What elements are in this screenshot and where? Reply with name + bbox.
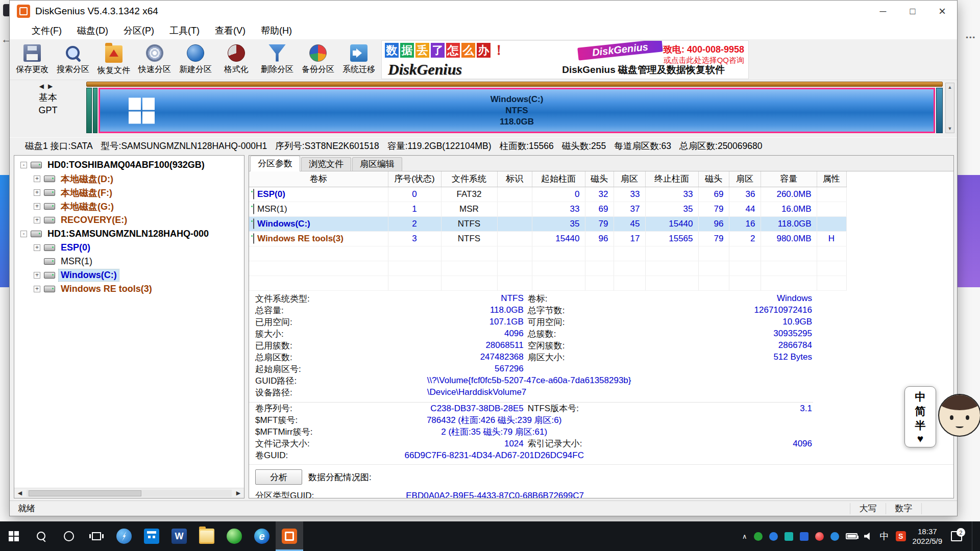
- menu-item[interactable]: 工具(T): [162, 24, 207, 37]
- menu-item[interactable]: 查看(V): [207, 24, 253, 37]
- system-migration-button[interactable]: 系统迁移: [338, 40, 379, 79]
- search-partition-button[interactable]: 搜索分区: [53, 40, 93, 79]
- sogou-input-icon[interactable]: S: [896, 531, 906, 541]
- tray-volume-icon[interactable]: [864, 532, 873, 540]
- pinned-app-browser[interactable]: [220, 521, 248, 551]
- pinned-app-diskgenius[interactable]: [276, 521, 303, 551]
- diskmap-scroll-right-icon[interactable]: ▶: [48, 83, 57, 90]
- menu-item[interactable]: 磁盘(D): [69, 24, 116, 37]
- tab-browse-files[interactable]: 浏览文件: [301, 157, 351, 171]
- tray-battery-icon[interactable]: [846, 533, 857, 539]
- notification-button[interactable]: 2: [951, 531, 962, 541]
- format-button[interactable]: 格式化: [216, 40, 257, 79]
- diskmap-scrollbar[interactable]: ▲ ▼: [945, 83, 954, 133]
- table-row[interactable]: Windows(C:)2NTFS357945154409616118.0GB: [249, 216, 846, 231]
- start-button[interactable]: [0, 521, 28, 551]
- menu-item[interactable]: 帮助(H): [253, 24, 300, 37]
- partition-block-windows[interactable]: Windows(C:) NTFS 118.0GB: [99, 88, 935, 133]
- column-header[interactable]: 序号(状态): [388, 171, 441, 187]
- save-changes-button[interactable]: 保存更改: [12, 40, 53, 79]
- column-header[interactable]: 起始柱面: [532, 171, 585, 187]
- partition-block-esp[interactable]: [86, 88, 92, 133]
- cartoon-face-sticker[interactable]: [938, 394, 980, 437]
- expander-icon[interactable]: +: [34, 217, 40, 223]
- table-row[interactable]: Windows RE tools(3)3NTFS1544096171556579…: [249, 231, 846, 246]
- tab-sector-edit[interactable]: 扇区编辑: [352, 157, 402, 171]
- tree-scrollbar-track[interactable]: [27, 490, 232, 497]
- pinned-app-edge[interactable]: e: [248, 521, 276, 551]
- column-header[interactable]: 磁头: [585, 171, 614, 187]
- minimize-button[interactable]: ─: [868, 1, 898, 22]
- expander-icon[interactable]: +: [34, 244, 40, 251]
- tray-icon-teal[interactable]: [785, 532, 793, 541]
- expander-icon[interactable]: -: [20, 231, 27, 237]
- pinned-app-store[interactable]: [138, 521, 165, 551]
- tray-icon-blue[interactable]: [769, 532, 778, 541]
- recover-files-button[interactable]: 恢复文件: [93, 40, 134, 79]
- menu-item[interactable]: 文件(F): [24, 24, 69, 37]
- expander-icon[interactable]: +: [34, 203, 40, 210]
- cortana-button[interactable]: [55, 521, 83, 551]
- tray-icon-green[interactable]: [754, 532, 763, 541]
- tree-item[interactable]: +本地磁盘(F:): [15, 186, 244, 199]
- tree-item[interactable]: +本地磁盘(D:): [15, 172, 244, 186]
- new-partition-button[interactable]: 新建分区: [175, 40, 216, 79]
- scroll-right-icon[interactable]: ▶: [233, 490, 244, 496]
- tree-scrollbar[interactable]: ◀ ▶: [14, 488, 244, 498]
- scroll-up-icon[interactable]: ▲: [948, 85, 952, 90]
- tree-item[interactable]: +本地磁盘(G:): [15, 199, 244, 213]
- search-button[interactable]: [28, 521, 55, 551]
- expander-icon[interactable]: +: [34, 286, 40, 292]
- tree-item[interactable]: +Windows RE tools(3): [15, 282, 244, 296]
- column-header[interactable]: 容量: [761, 171, 817, 187]
- tray-expand-icon[interactable]: ∧: [742, 533, 747, 540]
- tree-item[interactable]: +RECOVERY(E:): [15, 213, 244, 227]
- hd0-disk-strip[interactable]: [86, 82, 943, 87]
- ad-banner[interactable]: 数据丢了怎么办！ DiskGenius DiskGenius 致电: 400-0…: [381, 40, 749, 79]
- column-header[interactable]: 扇区: [729, 171, 761, 187]
- scroll-down-icon[interactable]: ▼: [948, 126, 952, 131]
- partition-block-re-tools[interactable]: [936, 88, 943, 133]
- scroll-left-icon[interactable]: ◀: [14, 490, 26, 496]
- tree-item[interactable]: +Windows(C:): [15, 268, 244, 282]
- diskmap-scroll-left-icon[interactable]: ◀: [39, 83, 48, 90]
- column-header[interactable]: 扇区: [614, 171, 645, 187]
- pinned-app-word[interactable]: W: [165, 521, 193, 551]
- table-row[interactable]: MSR(1)1MSR33693735794416.0MB: [249, 202, 846, 216]
- pinned-app-thunder[interactable]: [110, 521, 138, 551]
- tree-item[interactable]: -HD0:TOSHIBAMQ04ABF100(932GB): [15, 158, 244, 172]
- expander-icon[interactable]: -: [20, 162, 27, 168]
- delete-partition-button[interactable]: 删除分区: [257, 40, 298, 79]
- tab-partition-params[interactable]: 分区参数: [250, 156, 300, 171]
- show-desktop-button[interactable]: [972, 521, 975, 551]
- column-header[interactable]: 磁头: [698, 171, 729, 187]
- tray-icon-red[interactable]: [815, 532, 824, 541]
- column-header[interactable]: 文件系统: [441, 171, 497, 187]
- analyze-button[interactable]: 分析: [255, 469, 302, 485]
- tree-item[interactable]: -HD1:SAMSUNGMZNLN128HAHQ-000: [15, 227, 244, 241]
- backup-partition-button[interactable]: 备份分区: [298, 40, 338, 79]
- column-header[interactable]: 卷标: [249, 171, 388, 187]
- browser-menu-icon[interactable]: •••: [966, 34, 976, 41]
- column-header[interactable]: 属性: [817, 171, 846, 187]
- tree-item[interactable]: MSR(1): [15, 255, 244, 268]
- ime-indicator[interactable]: 中: [880, 530, 889, 542]
- tree-item[interactable]: +ESP(0): [15, 241, 244, 255]
- quick-partition-button[interactable]: 快速分区: [134, 40, 175, 79]
- column-header[interactable]: 标识: [497, 171, 532, 187]
- expander-icon[interactable]: +: [34, 272, 40, 279]
- maximize-button[interactable]: □: [898, 1, 927, 22]
- tray-icon-qq[interactable]: [800, 532, 808, 541]
- task-view-button[interactable]: [83, 521, 110, 551]
- ime-status-panel[interactable]: 中简半♥: [904, 386, 936, 447]
- expander-icon[interactable]: +: [34, 176, 40, 182]
- table-row[interactable]: ESP(0)0FAT3203233336936260.0MB: [249, 187, 846, 202]
- tree-scrollbar-thumb[interactable]: [29, 490, 141, 496]
- column-header[interactable]: 终止柱面: [645, 171, 698, 187]
- tray-icon-snow[interactable]: [830, 532, 839, 541]
- pinned-app-explorer[interactable]: [193, 521, 220, 551]
- menu-item[interactable]: 分区(P): [116, 24, 162, 37]
- partition-block-msr[interactable]: [93, 88, 97, 133]
- close-button[interactable]: ×: [927, 1, 957, 22]
- taskbar-clock[interactable]: 18:37 2022/5/9: [913, 527, 942, 546]
